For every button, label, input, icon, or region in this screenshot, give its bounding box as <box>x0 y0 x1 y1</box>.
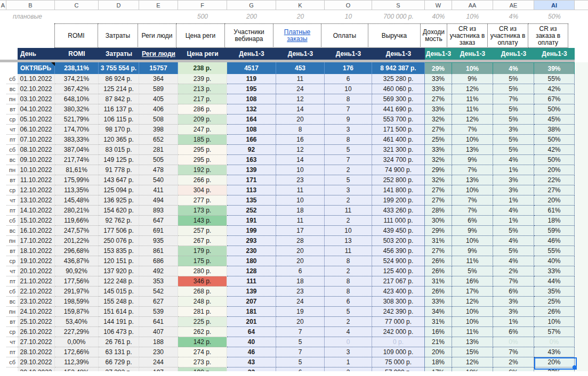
cell-cr-order-pay[interactable]: 38% <box>534 125 575 135</box>
cell-date[interactable]: 23.10.2022 <box>18 297 55 307</box>
cell-cr-order[interactable]: 9% <box>452 74 493 84</box>
cell-costs[interactable]: 83 015 р. <box>99 145 139 155</box>
column-header-S[interactable]: S <box>372 0 425 10</box>
cell-cr-pay[interactable]: 6% <box>493 367 534 371</box>
cell-price[interactable]: 217 р. <box>178 94 227 104</box>
cell-costs[interactable]: 37 382 р. <box>99 367 139 371</box>
cell-revenue[interactable]: 433 260 р. <box>372 206 425 216</box>
group-header-C[interactable]: ROMI <box>54 23 98 48</box>
cell-webinar[interactable]: 33 <box>227 367 276 371</box>
cell-romi[interactable]: 81,61% <box>55 165 99 175</box>
cell-romi[interactable]: 521,79% <box>55 115 99 125</box>
cell-webinar[interactable]: 119 <box>227 74 276 84</box>
cell-cr-order[interactable]: 9% <box>452 226 493 236</box>
summary-AE[interactable]: 4% <box>493 62 534 74</box>
cell-romi[interactable]: 159,87% <box>55 307 99 317</box>
cell-pays[interactable]: 5 <box>325 307 372 317</box>
cell-webinar[interactable]: 132 <box>227 104 276 115</box>
cell-price[interactable]: 346 р. <box>178 276 227 287</box>
cell-revenue[interactable]: 125 400 р. <box>372 266 425 276</box>
cell-cr-order[interactable]: 6% <box>452 216 493 226</box>
cell-cr-pay[interactable]: 4% <box>493 236 534 246</box>
cell-pays[interactable]: 11 <box>325 246 372 256</box>
cell-webinar[interactable]: 181 <box>227 307 276 317</box>
cell-pays[interactable]: 2 <box>325 317 372 327</box>
cell-pays[interactable]: 8 <box>325 256 372 266</box>
cell-cr-pay[interactable]: 5% <box>493 246 534 256</box>
cell-webinar[interactable]: 92 <box>227 145 276 155</box>
cell-revenue[interactable]: 324 700 р. <box>372 155 425 165</box>
cell-romi[interactable]: 387,04% <box>55 145 99 155</box>
cell-cr-order-pay[interactable]: 61% <box>534 206 575 216</box>
cell-regs[interactable]: 505 <box>139 155 178 165</box>
cell-orders[interactable]: 20 <box>276 317 325 327</box>
cell-orders[interactable]: 18 <box>276 206 325 216</box>
cell-orders[interactable]: 16 <box>276 135 325 145</box>
cell-regs[interactable]: 686 <box>139 256 178 266</box>
cell-webinar[interactable]: 201 <box>227 317 276 327</box>
cell-romi[interactable]: 217,74% <box>55 155 99 165</box>
cell-costs[interactable]: 120 365 р. <box>99 135 139 145</box>
header-metric-O[interactable]: День1-3 <box>325 48 372 60</box>
cell-costs[interactable]: 63 131 р. <box>99 347 139 357</box>
cell-revenue[interactable]: 0 р. <box>372 337 425 347</box>
cell-date[interactable]: 25.10.2022 <box>18 317 55 327</box>
cell-cr-pay[interactable]: 4% <box>493 206 534 216</box>
cell-price[interactable]: 239 р. <box>178 74 227 84</box>
summary-AI[interactable]: 39% <box>534 62 575 74</box>
cell-costs[interactable]: 250 076 р. <box>99 236 139 246</box>
cell-romi[interactable]: 383,33% <box>55 135 99 145</box>
header-metric-AI[interactable]: День1-3 <box>534 48 575 60</box>
cell-cr-pay[interactable]: 0% <box>493 337 534 347</box>
cell-revenue[interactable]: 503 200 р. <box>372 236 425 246</box>
cell-pays[interactable]: 7 <box>325 104 372 115</box>
cell-income[interactable]: 20% <box>425 347 452 357</box>
cell-pays[interactable]: 3 <box>325 185 372 195</box>
cell-pays[interactable]: 10 <box>325 226 372 236</box>
cell-income[interactable]: 27% <box>425 246 452 256</box>
cell-orders[interactable]: 23 <box>276 175 325 185</box>
cell-cr-order[interactable]: 13% <box>452 175 493 185</box>
cell-income[interactable]: 28% <box>425 206 452 216</box>
summary-W[interactable]: 29% <box>425 62 452 74</box>
cell-cr-order-pay[interactable]: 50% <box>534 104 575 115</box>
cell-date[interactable]: 16.10.2022 <box>18 226 55 236</box>
cell-orders[interactable]: 11 <box>276 185 325 195</box>
cell-regs[interactable]: 398 <box>139 125 178 135</box>
cell-orders[interactable]: 20 <box>276 256 325 266</box>
cell-romi[interactable]: 152,48% <box>55 367 99 371</box>
cell-webinar[interactable]: 171 <box>227 175 276 185</box>
cell-price[interactable]: 213 р. <box>178 84 227 94</box>
cell-revenue[interactable]: 252 800 р. <box>372 175 425 185</box>
cell-revenue[interactable]: 456 390 р. <box>372 246 425 256</box>
cell-cr-pay[interactable]: 6% <box>493 287 534 297</box>
cell-webinar[interactable]: 43 <box>227 357 276 367</box>
cell-income[interactable]: 29% <box>425 165 452 175</box>
cell-orders[interactable]: 11 <box>276 74 325 84</box>
cell-cr-order[interactable]: 13% <box>452 337 493 347</box>
cell-orders[interactable]: 6 <box>276 367 325 371</box>
cell-webinar[interactable]: 111 <box>227 276 276 287</box>
cell-pays[interactable]: 8 <box>325 276 372 287</box>
cell-income[interactable]: 32% <box>425 175 452 185</box>
cell-regs[interactable]: 540 <box>139 175 178 185</box>
cell-income[interactable]: 31% <box>425 236 452 246</box>
cell-cr-order-pay[interactable]: 50% <box>534 135 575 145</box>
cell-regs[interactable]: 861 <box>139 246 178 256</box>
cell-cr-order[interactable]: 10% <box>452 236 493 246</box>
cell-price[interactable]: 267 р. <box>178 236 227 246</box>
cell-costs[interactable]: 86 924 р. <box>99 74 139 84</box>
cell-revenue[interactable]: 441 690 р. <box>372 104 425 115</box>
cell-price[interactable]: 286 р. <box>178 104 227 115</box>
cell-cr-pay[interactable]: 4% <box>493 256 534 266</box>
column-header-O[interactable]: O <box>325 0 372 10</box>
cell-romi[interactable]: 227,29% <box>55 327 99 337</box>
cell-cr-order-pay[interactable]: 40% <box>534 256 575 266</box>
cell-cr-order[interactable]: 10% <box>452 317 493 327</box>
cell-cr-order[interactable]: 12% <box>452 115 493 125</box>
group-header-G[interactable]: Участники вебинара <box>224 23 273 48</box>
cell-income[interactable]: 33% <box>425 145 452 155</box>
cell-costs[interactable]: 98 170 р. <box>99 125 139 135</box>
cell-income[interactable]: 29% <box>425 226 452 236</box>
cell-orders[interactable]: 11 <box>276 216 325 226</box>
